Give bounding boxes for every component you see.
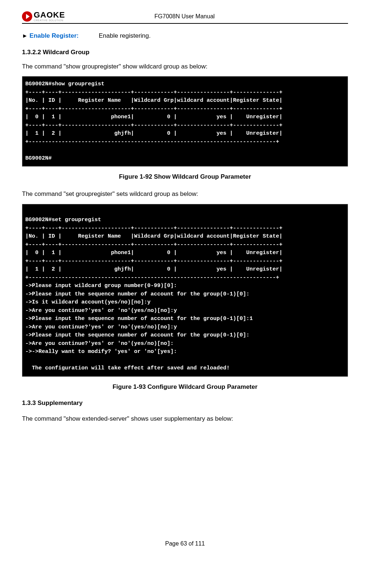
logo-sub-text: CREATIVE SOLUTION xyxy=(34,19,65,22)
logo-text-block: GAOKE CREATIVE SOLUTION xyxy=(34,11,65,22)
logo: GAOKE CREATIVE SOLUTION xyxy=(22,11,65,22)
logo-icon xyxy=(22,11,32,22)
page-header: GAOKE CREATIVE SOLUTION FG7008N User Man… xyxy=(22,11,348,24)
enable-register-line: ► Enable Register: Enable registering. xyxy=(22,31,348,41)
logo-main-text: GAOKE xyxy=(34,11,65,19)
page-footer: Page 63 of 111 xyxy=(22,540,348,547)
figure-caption-1-93: Figure 1-93 Configure Wildcard Group Par… xyxy=(22,383,348,391)
supplementary-intro-text: The command "show extended-server" shows… xyxy=(22,414,348,424)
wildcard-intro-text: The command "show groupregister" show wi… xyxy=(22,62,348,71)
terminal-set-groupregist: BG9002N#set groupregist +----+----+-----… xyxy=(22,204,348,377)
section-heading-1-3-3: 1.3.3 Supplementary xyxy=(22,399,348,407)
terminal-show-groupregist: BG9002N#show groupregist +----+----+----… xyxy=(22,76,348,167)
wildcard-intro2-text: The command "set groupregister" sets wil… xyxy=(22,189,348,199)
figure-caption-1-92: Figure 1-92 Show Wildcard Group Paramete… xyxy=(22,173,348,181)
arrow-icon: ► xyxy=(22,33,28,39)
page-container: GAOKE CREATIVE SOLUTION FG7008N User Man… xyxy=(0,0,370,562)
enable-register-label: Enable Register: xyxy=(30,32,79,39)
enable-register-desc: Enable registering. xyxy=(99,32,151,39)
header-title: FG7008N User Manual xyxy=(65,13,348,20)
section-heading-1-3-2-2: 1.3.2.2 Wildcard Group xyxy=(22,49,348,56)
